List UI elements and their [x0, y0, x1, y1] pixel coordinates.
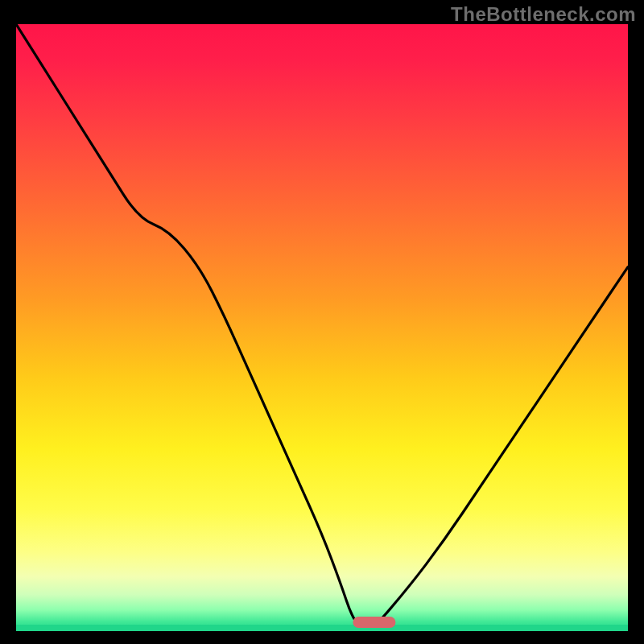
watermark-text: TheBottleneck.com — [451, 3, 636, 26]
baseline-strip — [16, 625, 628, 631]
plot-area — [16, 24, 628, 631]
chart-frame: TheBottleneck.com — [0, 0, 644, 644]
bottleneck-curve — [16, 24, 628, 631]
optimal-marker — [353, 617, 395, 628]
curve-path — [16, 24, 628, 631]
